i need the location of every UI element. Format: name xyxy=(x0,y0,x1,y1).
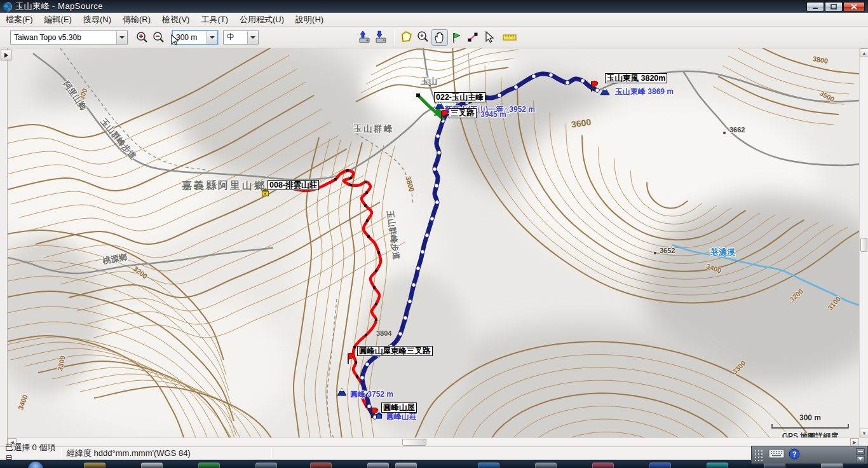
vertical-scroll-thumb[interactable] xyxy=(860,238,867,252)
chevron-down-icon[interactable] xyxy=(207,31,217,44)
menu-bar: 檔案(F) 編輯(E) 搜尋(N) 傳輸(R) 檢視(V) 工具(T) 公用程式… xyxy=(0,13,868,27)
menu-utilities[interactable]: 公用程式(U) xyxy=(234,12,290,27)
measure-tool-icon[interactable] xyxy=(501,29,518,46)
keyboard-icon[interactable] xyxy=(768,449,785,461)
map-product-combobox[interactable]: Taiwan Topo v5.30b xyxy=(10,31,128,45)
peak-elevation-label: 玉山東峰 3869 m xyxy=(615,86,674,97)
side-panel-splitter[interactable] xyxy=(0,48,8,446)
taskbar-item[interactable] xyxy=(141,462,163,468)
status-bar: 已選擇 0 個項目 經緯度 hddd°mm.mmm'(WGS 84) xyxy=(0,446,868,460)
flag-icon[interactable] xyxy=(440,109,449,124)
menu-find[interactable]: 搜尋(N) xyxy=(78,12,117,27)
taskbar-item[interactable] xyxy=(649,462,671,468)
send-to-device-icon[interactable] xyxy=(357,29,374,46)
windows-taskbar[interactable] xyxy=(0,460,868,468)
spot-height-label: 3804 xyxy=(376,329,391,337)
mapsource-window: 玉山東峰 - MapSource 檔案(F) 編輯(E) 搜尋(N) 傳輸(R)… xyxy=(0,0,868,468)
scale-bar xyxy=(771,424,850,429)
menu-tools[interactable]: 工具(T) xyxy=(195,12,234,27)
menu-edit[interactable]: 編輯(E) xyxy=(39,12,78,27)
receive-from-device-icon[interactable] xyxy=(374,29,390,46)
taskbar-item[interactable] xyxy=(310,462,332,468)
options-chevron-icon[interactable] xyxy=(856,456,865,462)
place-label: 玉山群峰 xyxy=(353,123,394,135)
flag-icon[interactable] xyxy=(590,80,599,95)
place-label: 玉山 xyxy=(421,76,437,87)
scale-indicator: 300 m GPS 地圖詳細度 xyxy=(766,413,855,437)
expand-panel-button[interactable] xyxy=(1,50,11,60)
scroll-up-icon[interactable]: ▲ xyxy=(860,48,868,57)
vertical-scrollbar[interactable]: ▲ ▼ xyxy=(859,48,868,437)
scale-caption: GPS 地圖詳細度 xyxy=(766,431,855,437)
zoom-scale-value: 300 m xyxy=(173,31,207,44)
spot-height-label: 3662 xyxy=(729,126,745,134)
waypoint-label[interactable]: 008-排雲山莊 xyxy=(268,180,319,190)
selection-status: 已選擇 0 個項目 xyxy=(0,447,61,460)
map-select-tool-icon[interactable] xyxy=(398,29,415,46)
peak-elevation-label: 圓峰 3752 m xyxy=(350,389,393,400)
map-canvas[interactable]: 玉山 玉山群峰 阿里山鄉 玉山群峰步道 嘉義縣阿里山鄉 桃源鄉 玉山群峰步道 荖… xyxy=(8,48,859,437)
pan-tool-icon[interactable] xyxy=(431,29,448,46)
mapsource-globe-icon xyxy=(3,2,12,11)
selection-tool-icon[interactable] xyxy=(481,29,498,46)
language-bar[interactable]: ? xyxy=(751,446,868,464)
zoom-scale-combobox[interactable]: 300 m xyxy=(172,31,218,45)
taskbar-item[interactable] xyxy=(395,462,417,468)
menu-file[interactable]: 檔案(F) xyxy=(0,12,39,27)
menu-view[interactable]: 檢視(V) xyxy=(156,12,195,27)
maximize-button[interactable] xyxy=(825,2,843,11)
taskbar-item[interactable] xyxy=(707,462,728,468)
flag-icon[interactable] xyxy=(346,352,356,367)
hut-label: 圓峰山莊 xyxy=(386,411,417,422)
waypoint-label[interactable]: 022-玉山主峰 xyxy=(434,92,485,102)
taskbar-item[interactable] xyxy=(255,462,277,468)
waypoint-tool-icon[interactable] xyxy=(448,29,465,46)
taskbar-item[interactable] xyxy=(478,462,499,468)
coordinate-format-status: 經緯度 hddd°mm.mmm'(WGS 84) xyxy=(62,447,196,460)
horizontal-scrollbar[interactable]: ◀ ▶ xyxy=(8,437,859,446)
scale-distance: 300 m xyxy=(766,413,855,422)
minimize-button[interactable] xyxy=(806,2,824,11)
mountain-icon xyxy=(337,387,347,399)
svg-text:?: ? xyxy=(792,450,797,458)
chevron-right-icon xyxy=(4,53,8,58)
mountain-icon xyxy=(600,86,610,98)
taskbar-item[interactable] xyxy=(592,462,614,468)
zoom-out-icon[interactable] xyxy=(151,29,167,46)
menu-transfer[interactable]: 傳輸(R) xyxy=(117,12,156,27)
toolbar: Taiwan Topo v5.30b 300 m 中 xyxy=(0,27,868,48)
minimize-langbar-icon[interactable] xyxy=(856,448,865,455)
elevation-label: 3945 m xyxy=(480,110,506,119)
taskbar-item[interactable] xyxy=(84,462,105,468)
waypoint-label[interactable]: 圓峰山屋 xyxy=(381,403,417,413)
chevron-down-icon[interactable] xyxy=(116,31,127,44)
zoom-tool-icon[interactable] xyxy=(415,29,431,46)
route-tool-icon[interactable] xyxy=(465,29,481,46)
waypoint-label[interactable]: 玉山東風 3820m xyxy=(605,73,667,83)
taskbar-item[interactable] xyxy=(28,462,43,468)
taskbar-item[interactable] xyxy=(535,462,557,468)
taskbar-item[interactable] xyxy=(367,462,389,468)
waypoint-label[interactable]: 圓峰山屋東峰三叉路 xyxy=(357,346,433,356)
drag-handle-icon[interactable] xyxy=(754,450,764,461)
spot-height-label: 3652 xyxy=(660,247,675,254)
title-bar[interactable]: 玉山東峰 - MapSource xyxy=(0,0,868,13)
map-product-value: Taiwan Topo v5.30b xyxy=(11,31,116,44)
menu-help[interactable]: 說明(H) xyxy=(290,12,329,27)
detail-level-combobox[interactable]: 中 xyxy=(223,31,259,45)
scrollbar-corner xyxy=(859,437,868,446)
stream-label: 荖濃溪 xyxy=(710,247,735,258)
taskbar-item[interactable] xyxy=(198,462,220,468)
help-icon[interactable]: ? xyxy=(789,448,800,462)
zoom-in-icon[interactable] xyxy=(134,29,151,46)
detail-level-value: 中 xyxy=(224,31,247,44)
horizontal-scroll-thumb[interactable] xyxy=(402,439,426,446)
chevron-down-icon[interactable] xyxy=(247,31,258,44)
close-button[interactable] xyxy=(843,2,865,11)
window-title: 玉山東峰 - MapSource xyxy=(15,1,103,12)
district-label: 嘉義縣阿里山鄉 xyxy=(182,179,266,193)
scroll-down-icon[interactable]: ▼ xyxy=(860,429,868,437)
waypoint-label[interactable]: 三叉路 xyxy=(449,108,477,118)
